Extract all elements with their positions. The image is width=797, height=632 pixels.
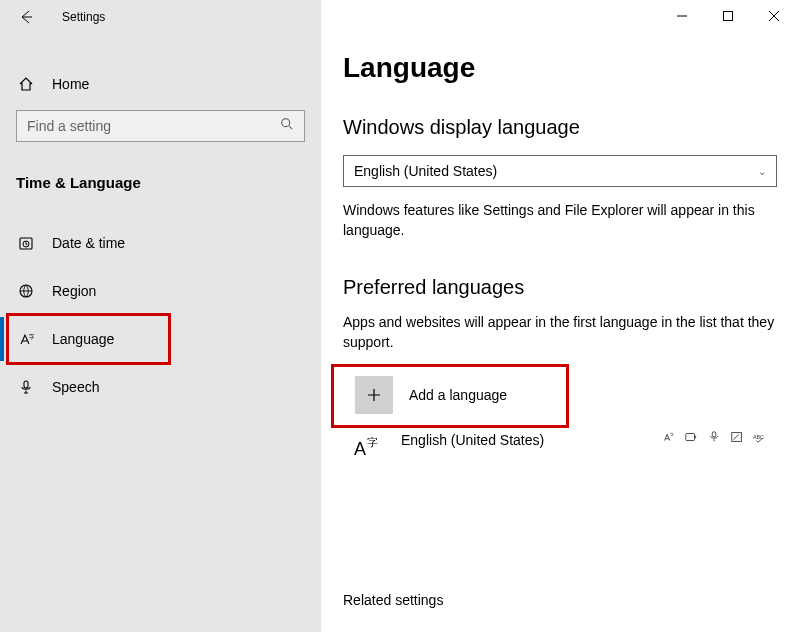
back-button[interactable] (16, 8, 34, 26)
svg-rect-5 (24, 381, 28, 388)
installed-language-label: English (United States) (401, 432, 544, 448)
sidebar-item-label: Language (52, 331, 114, 347)
search-box[interactable] (16, 110, 305, 142)
page-title: Language (343, 52, 777, 84)
window-controls (659, 0, 797, 32)
plus-icon (355, 376, 393, 414)
sidebar-home[interactable]: Home (16, 62, 305, 106)
add-language-button[interactable]: Add a language (343, 366, 777, 424)
chevron-down-icon: ⌄ (758, 166, 766, 177)
related-settings-heading: Related settings (343, 592, 777, 608)
home-label: Home (52, 76, 89, 92)
display-language-selected: English (United States) (354, 163, 497, 179)
sidebar-item-label: Speech (52, 379, 99, 395)
svg-text:ABC: ABC (753, 434, 764, 440)
svg-point-0 (282, 119, 290, 127)
add-language-label: Add a language (409, 387, 507, 403)
speech-recognition-icon (706, 430, 721, 444)
minimize-button[interactable] (659, 0, 705, 32)
display-language-heading: Windows display language (343, 116, 777, 139)
svg-rect-10 (685, 434, 694, 441)
sidebar-item-label: Region (52, 283, 96, 299)
sidebar-section-header: Time & Language (16, 174, 305, 191)
language-a-feature-icon: 字 (660, 430, 675, 444)
svg-text:字: 字 (29, 333, 34, 340)
language-feature-icons: 字 ABC (660, 430, 777, 444)
preferred-languages-heading: Preferred languages (343, 276, 777, 299)
search-input[interactable] (27, 118, 280, 134)
display-language-desc: Windows features like Settings and File … (343, 201, 777, 240)
home-icon (16, 76, 36, 92)
maximize-button[interactable] (705, 0, 751, 32)
svg-text:A: A (354, 439, 366, 459)
close-button[interactable] (751, 0, 797, 32)
installed-language-row[interactable]: A字 English (United States) 字 ABC (343, 428, 777, 466)
sidebar: Settings Home Time & Language Date & tim… (0, 0, 321, 632)
svg-text:字: 字 (367, 436, 378, 448)
language-a-icon: 字 (16, 331, 36, 347)
maximize-icon (723, 11, 733, 21)
sidebar-item-region[interactable]: Region (16, 267, 305, 315)
globe-icon (16, 283, 36, 299)
minimize-icon (677, 11, 687, 21)
svg-rect-11 (712, 432, 716, 437)
clock-icon (16, 235, 36, 251)
text-to-speech-icon (683, 430, 698, 444)
sidebar-item-speech[interactable]: Speech (16, 363, 305, 411)
nav-list: Date & time Region 字 Language Speech (16, 219, 305, 411)
spellcheck-icon: ABC (752, 430, 767, 444)
handwriting-icon (729, 430, 744, 444)
app-title: Settings (62, 10, 105, 24)
sidebar-item-language[interactable]: 字 Language (16, 315, 305, 363)
close-icon (769, 11, 779, 21)
search-icon (280, 117, 294, 135)
add-language-wrap: Add a language (343, 366, 777, 424)
display-language-select[interactable]: English (United States) ⌄ (343, 155, 777, 187)
main-panel: Language Windows display language Englis… (321, 0, 797, 632)
svg-rect-6 (724, 12, 733, 21)
sidebar-item-date-time[interactable]: Date & time (16, 219, 305, 267)
svg-text:字: 字 (669, 433, 673, 438)
titlebar: Settings (0, 0, 321, 34)
arrow-left-icon (17, 9, 33, 25)
sidebar-item-label: Date & time (52, 235, 125, 251)
language-glyph-icon: A字 (349, 428, 387, 466)
microphone-icon (16, 379, 36, 395)
preferred-languages-desc: Apps and websites will appear in the fir… (343, 313, 777, 352)
